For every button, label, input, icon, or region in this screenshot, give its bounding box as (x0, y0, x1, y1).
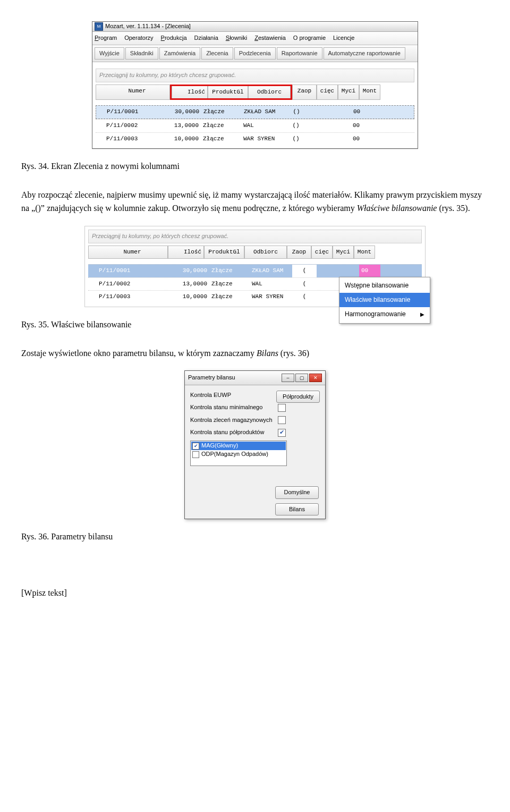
column-headers: Numer Ilość ProduktGl Odbiorc Zaop cięc … (88, 246, 422, 259)
body-paragraph: Aby rozpocząć zlecenie, najpierw musimy … (21, 188, 489, 215)
menu-bar: Program Operatorzy Produkcja Działania S… (92, 32, 418, 45)
parametry-bilansu-dialog: Parametry bilansu – ▢ ✕ Półprodukty Kont… (184, 370, 326, 519)
bilans-button[interactable]: Bilans (275, 503, 319, 516)
col-ilosc[interactable]: Ilość (172, 86, 208, 99)
col-ciec[interactable]: cięc (317, 84, 338, 100)
submenu-arrow-icon: ▶ (420, 310, 424, 319)
menu-licencje[interactable]: Licencje (333, 33, 354, 43)
maximize-button[interactable]: ▢ (295, 374, 308, 382)
list-checkbox[interactable]: ✔ (192, 443, 199, 450)
app-icon: M (95, 22, 103, 31)
footer-placeholder: [Wpisz tekst] (21, 586, 489, 600)
col-myci[interactable]: Myci (333, 246, 354, 259)
magazyny-list[interactable]: ✔ MAG(Główny) ODP(Magazyn Odpadów) (190, 441, 287, 466)
context-menu: Wstępne bilansowanie Właściwe bilansowan… (339, 277, 430, 324)
tab-zlecenia[interactable]: Zlecenia (201, 47, 233, 60)
col-numer[interactable]: Numer (96, 84, 170, 100)
window-title: Mozart, ver. 1.11.134 - [Zlecenia] (105, 22, 191, 31)
field-kontrola-stanu-polprod: Kontrola stanu półproduktów ✔ (190, 428, 286, 437)
col-mont[interactable]: Mont (354, 246, 375, 259)
ctx-harmonogramowanie[interactable]: Harmonogramowanie ▶ (339, 307, 430, 322)
col-mont[interactable]: Mont (359, 84, 380, 100)
close-button[interactable]: ✕ (309, 374, 322, 382)
checkbox-stan-min[interactable] (278, 404, 286, 412)
checkbox-zlecen-mag[interactable] (278, 416, 286, 424)
list-item[interactable]: ✔ MAG(Główny) (191, 442, 286, 450)
tab-wyjscie[interactable]: Wyjście (95, 47, 124, 60)
title-bar: M Mozart, ver. 1.11.134 - [Zlecenia] (92, 22, 418, 32)
col-zaop[interactable]: Zaop (287, 246, 311, 259)
group-by-hint[interactable]: Przeciągnij tu kolumny, po których chces… (96, 69, 414, 82)
col-produktgl[interactable]: ProduktGl (208, 86, 248, 99)
field-kontrola-zlecen-mag: Kontrola zleceń magazynowych (190, 416, 286, 425)
field-kontrola-euwp: Kontrola EUWP (190, 391, 286, 400)
group-by-hint[interactable]: Przeciągnij tu kolumny, po których chces… (88, 230, 422, 243)
table-row[interactable]: P/11/0003 10,0000 Złącze WAR SYREN () 00 (96, 132, 414, 146)
dialog-title: Parametry bilansu (188, 373, 235, 383)
minimize-button[interactable]: – (282, 374, 294, 382)
toolbar: Wyjście Składniki Zamówienia Zlecenia Po… (92, 45, 418, 63)
checkbox-stan-polprod[interactable]: ✔ (278, 429, 286, 437)
ctx-wlasciwe-bilansowanie[interactable]: Właściwe bilansowanie (339, 293, 430, 307)
menu-o-programie[interactable]: O programie (293, 33, 326, 43)
col-numer[interactable]: Numer (88, 246, 168, 259)
menu-produkcja[interactable]: Produkcja (161, 33, 187, 43)
highlighted-columns: Ilość ProduktGl Odbiorc (170, 84, 292, 100)
grid-body: P/11/0001 30,0000 Złącze ZKŁAD SAM () 00… (96, 105, 414, 145)
col-produktgl[interactable]: ProduktGl (204, 246, 244, 259)
body-paragraph: Zostaje wyświetlone okno parametru bilan… (21, 346, 489, 360)
table-row[interactable]: P/11/0001 30,0000 Złącze ZKŁAD SAM () 00 (96, 105, 414, 119)
menu-dzialania[interactable]: Działania (194, 33, 218, 43)
ctx-wstepne-bilansowanie[interactable]: Wstępne bilansowanie (339, 278, 430, 293)
mozart-zlecenia-window: M Mozart, ver. 1.11.134 - [Zlecenia] Pro… (92, 21, 418, 149)
tab-raportowanie[interactable]: Raportowanie (277, 47, 322, 60)
polprodukty-button[interactable]: Półprodukty (276, 391, 320, 403)
zlecenia-grid-with-context-menu: Przeciągnij tu kolumny, po których chces… (84, 226, 426, 307)
menu-program[interactable]: Program (95, 33, 117, 43)
menu-slowniki[interactable]: Słowniki (226, 33, 247, 43)
col-ilosc[interactable]: Ilość (168, 246, 204, 259)
table-row[interactable]: P/11/0002 13,0000 Złącze WAL () 00 (96, 119, 414, 132)
figure-caption-34: Rys. 34. Ekran Zlecenia z nowymi kolumna… (21, 159, 489, 173)
menu-operatorzy[interactable]: Operatorzy (124, 33, 153, 43)
table-row[interactable]: P/11/0001 30,0000 Złącze ZKŁAD SAM ( 00 (88, 264, 422, 277)
list-checkbox[interactable] (192, 451, 199, 458)
tab-auto-raportowanie[interactable]: Automatyczne raportowanie (324, 47, 405, 60)
figure-caption-36: Rys. 36. Parametry bilansu (21, 530, 489, 544)
col-ciec[interactable]: cięc (311, 246, 333, 259)
tab-podzlecenia[interactable]: Podzlecenia (234, 47, 276, 60)
col-odbiorc[interactable]: Odbiorc (248, 86, 291, 99)
column-headers: Numer Ilość ProduktGl Odbiorc Zaop cięc … (96, 84, 414, 100)
field-kontrola-stanu-min: Kontrola stanu minimalnego (190, 403, 286, 412)
list-item[interactable]: ODP(Magazyn Odpadów) (191, 450, 286, 459)
col-odbiorc[interactable]: Odbiorc (244, 246, 287, 259)
tab-zamowienia[interactable]: Zamówienia (159, 47, 200, 60)
tab-skladniki[interactable]: Składniki (125, 47, 158, 60)
col-zaop[interactable]: Zaop (292, 84, 317, 100)
col-myci[interactable]: Myci (338, 84, 359, 100)
dialog-title-bar: Parametry bilansu – ▢ ✕ (185, 371, 325, 385)
menu-zestawienia[interactable]: Zestawienia (254, 33, 286, 43)
domyslne-button[interactable]: Domyślne (275, 486, 319, 499)
